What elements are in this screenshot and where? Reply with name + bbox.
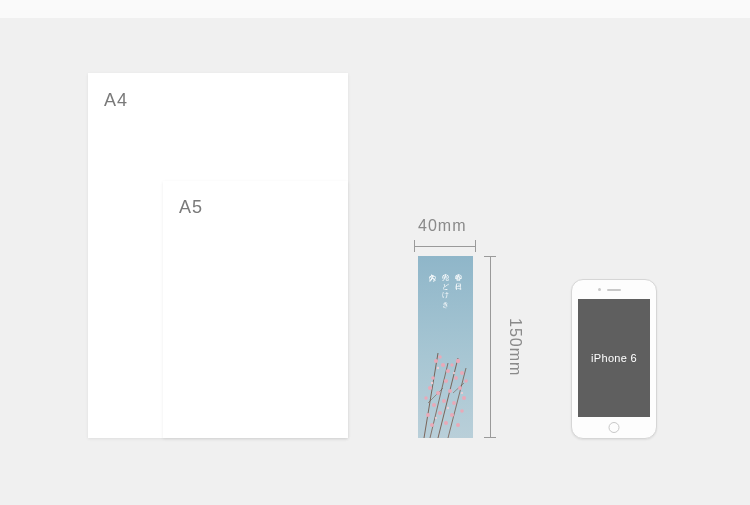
top-strip <box>0 0 750 18</box>
svg-point-13 <box>454 376 458 380</box>
svg-point-12 <box>460 371 464 375</box>
svg-point-34 <box>453 372 455 374</box>
svg-point-26 <box>426 413 430 417</box>
poem-line-1: 久方の <box>428 268 438 305</box>
svg-point-23 <box>442 399 446 403</box>
a4-label: A4 <box>104 90 128 111</box>
svg-point-16 <box>428 386 432 390</box>
svg-point-35 <box>431 382 433 384</box>
svg-point-27 <box>438 411 442 415</box>
svg-point-17 <box>436 391 440 395</box>
svg-point-33 <box>437 367 439 369</box>
svg-point-29 <box>460 409 464 413</box>
a5-label: A5 <box>179 197 203 218</box>
phone-model-label: iPhone 6 <box>591 352 637 364</box>
svg-point-10 <box>450 363 453 366</box>
svg-point-30 <box>430 423 434 427</box>
svg-point-14 <box>444 379 448 383</box>
svg-point-38 <box>435 417 437 419</box>
svg-point-19 <box>458 386 462 390</box>
poem-line-3: 春の日に <box>454 268 464 305</box>
poem-line-2: 光のどけき <box>441 268 451 305</box>
phone-camera-icon <box>598 288 601 291</box>
svg-point-7 <box>438 355 442 359</box>
svg-line-4 <box>428 388 443 403</box>
svg-point-11 <box>456 359 460 363</box>
phone-mockup: iPhone 6 <box>571 279 657 439</box>
svg-point-9 <box>446 369 450 373</box>
svg-point-37 <box>447 407 449 409</box>
svg-point-21 <box>424 396 427 399</box>
phone-speaker-icon <box>607 289 621 291</box>
svg-point-24 <box>452 401 456 405</box>
svg-point-6 <box>434 359 438 363</box>
svg-point-8 <box>441 363 445 367</box>
phone-screen: iPhone 6 <box>578 299 650 417</box>
phone-home-button-icon <box>609 422 620 433</box>
bookmark-height-label: 150mm <box>506 318 524 376</box>
svg-point-15 <box>431 376 435 380</box>
svg-point-22 <box>432 403 436 407</box>
svg-point-36 <box>461 392 463 394</box>
svg-point-31 <box>444 421 448 425</box>
svg-point-32 <box>456 423 460 427</box>
cherry-blossom-art <box>418 343 473 438</box>
bookmark-width-label: 40mm <box>418 217 466 235</box>
height-dimension-bracket <box>484 256 496 438</box>
bookmark-product: 久方の 光のどけき 春の日に <box>418 256 473 438</box>
svg-point-25 <box>462 396 466 400</box>
width-dimension-bracket <box>414 240 476 252</box>
svg-point-20 <box>464 379 468 383</box>
svg-point-28 <box>450 413 454 417</box>
a5-sheet <box>163 181 348 438</box>
bookmark-poem: 久方の 光のどけき 春の日に <box>418 268 473 305</box>
svg-point-18 <box>448 389 452 393</box>
